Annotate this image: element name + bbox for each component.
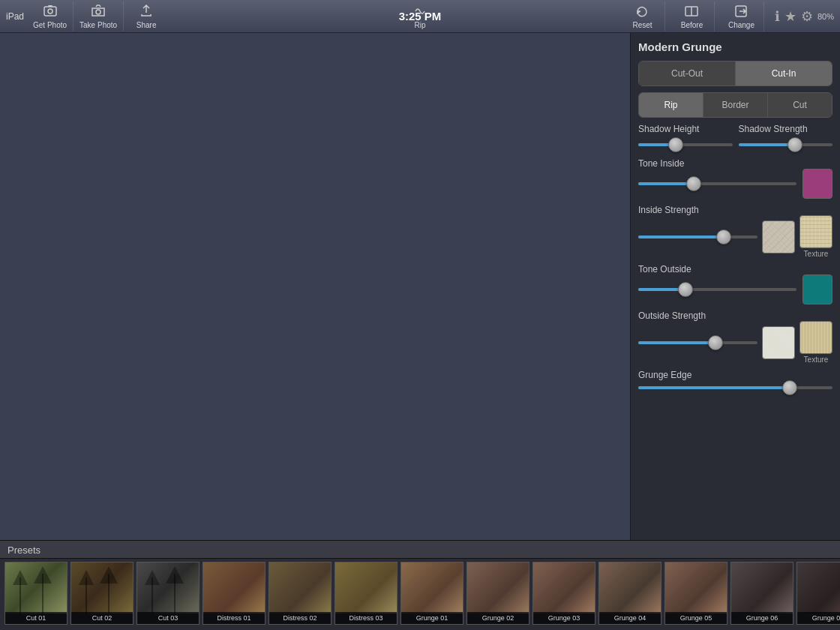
tone-inside-slider[interactable] bbox=[638, 176, 796, 191]
inside-texture-1[interactable] bbox=[762, 220, 795, 254]
share-label: Share bbox=[136, 21, 157, 29]
tone-outside-slider[interactable] bbox=[638, 282, 796, 297]
gear-icon[interactable]: ⚙ bbox=[801, 8, 813, 25]
info-icon[interactable]: ℹ bbox=[775, 8, 780, 25]
tone-outside-color[interactable] bbox=[802, 274, 832, 304]
preset-item-cut-02[interactable]: Cut 02 bbox=[70, 562, 134, 625]
before-icon bbox=[683, 3, 700, 20]
change-label: Change bbox=[728, 21, 754, 29]
presets-bar: Presets Cut 01 Cut 02 Cut 03Distress 01D… bbox=[0, 540, 840, 630]
presets-label: Presets bbox=[0, 541, 840, 559]
right-panel: Modern Grunge Cut-Out Cut-In Rip Border … bbox=[630, 33, 840, 540]
preset-name-grunge-03: Grunge 03 bbox=[533, 612, 595, 624]
grunge-edge-slider[interactable] bbox=[638, 380, 832, 395]
preset-name-grunge-07: Grunge 07 bbox=[797, 612, 840, 624]
inside-strength-section: Inside Strength Texture bbox=[638, 205, 832, 258]
tab-border[interactable]: Border bbox=[703, 93, 767, 117]
presets-scroll: Cut 01 Cut 02 Cut 03Distress 01Distress … bbox=[0, 559, 840, 630]
outside-texture-1[interactable] bbox=[762, 326, 795, 359]
preset-item-grunge-03[interactable]: Grunge 03 bbox=[532, 562, 596, 625]
outside-strength-label: Outside Strength bbox=[638, 310, 832, 321]
canvas-area bbox=[0, 33, 630, 540]
preset-item-distress-02[interactable]: Distress 02 bbox=[268, 562, 332, 625]
ipad-label: iPad bbox=[6, 11, 24, 22]
time-display: 3:25 PM bbox=[399, 10, 442, 22]
shadow-height-col: Shadow Height bbox=[638, 124, 733, 152]
tone-inside-row bbox=[638, 169, 832, 199]
preset-item-grunge-01[interactable]: Grunge 01 bbox=[400, 562, 464, 625]
svg-point-3 bbox=[96, 10, 100, 14]
outside-strength-section: Outside Strength Texture bbox=[638, 310, 832, 364]
toolbar: iPad Get Photo Take Photo bbox=[0, 0, 840, 33]
preset-name-cut-01: Cut 01 bbox=[5, 612, 67, 624]
panel-title: Modern Grunge bbox=[638, 40, 832, 53]
tone-inside-section: Tone Inside bbox=[638, 158, 832, 199]
preset-item-grunge-07[interactable]: Grunge 07 bbox=[796, 562, 840, 625]
preset-item-distress-03[interactable]: Distress 03 bbox=[334, 562, 398, 625]
tab-cut[interactable]: Cut bbox=[767, 93, 832, 117]
share-button[interactable]: Share bbox=[124, 2, 169, 32]
svg-rect-7 bbox=[5, 562, 68, 614]
reset-button[interactable]: Reset bbox=[620, 2, 665, 32]
preset-name-grunge-02: Grunge 02 bbox=[467, 612, 529, 624]
texture-label-outside: Texture bbox=[804, 356, 829, 364]
svg-rect-10 bbox=[71, 562, 134, 614]
shadow-strength-label: Shadow Strength bbox=[739, 124, 833, 134]
preset-name-grunge-06: Grunge 06 bbox=[731, 612, 793, 624]
outside-texture-2[interactable]: Texture bbox=[800, 321, 832, 364]
preset-name-distress-02: Distress 02 bbox=[269, 612, 331, 624]
shadow-strength-slider[interactable] bbox=[739, 137, 833, 152]
battery-level: 80% bbox=[818, 12, 834, 21]
cut-tab-group: Cut-Out Cut-In bbox=[638, 61, 832, 86]
toolbar-right: Reset Before Change ℹ ★ bbox=[620, 2, 834, 32]
grunge-edge-label: Grunge Edge bbox=[638, 370, 832, 380]
take-photo-button[interactable]: Take Photo bbox=[74, 2, 124, 32]
shadow-strength-col: Shadow Strength bbox=[739, 124, 833, 152]
texture-label-inside: Texture bbox=[804, 250, 829, 258]
preset-item-grunge-06[interactable]: Grunge 06 bbox=[730, 562, 794, 625]
before-label: Before bbox=[681, 21, 703, 29]
take-photo-label: Take Photo bbox=[80, 21, 117, 29]
tone-inside-color[interactable] bbox=[802, 169, 832, 199]
preset-name-grunge-05: Grunge 05 bbox=[665, 612, 727, 624]
preset-item-grunge-04[interactable]: Grunge 04 bbox=[598, 562, 662, 625]
tab-rip[interactable]: Rip bbox=[639, 93, 703, 117]
outside-strength-slider[interactable] bbox=[638, 335, 758, 350]
reset-label: Reset bbox=[632, 21, 652, 29]
svg-rect-13 bbox=[137, 562, 200, 614]
toolbar-left: iPad Get Photo Take Photo bbox=[6, 2, 169, 32]
inside-texture-2[interactable]: Texture bbox=[800, 215, 832, 258]
svg-rect-0 bbox=[44, 7, 56, 16]
shadow-height-slider[interactable] bbox=[638, 137, 733, 152]
shadow-controls: Shadow Height Shadow Strength bbox=[638, 124, 832, 152]
reset-icon bbox=[634, 3, 650, 20]
preset-name-distress-03: Distress 03 bbox=[335, 612, 397, 624]
tone-outside-section: Tone Outside bbox=[638, 264, 832, 304]
star-icon[interactable]: ★ bbox=[784, 8, 796, 25]
shadow-height-label: Shadow Height bbox=[638, 124, 733, 134]
svg-rect-2 bbox=[48, 5, 52, 7]
inside-strength-slider[interactable] bbox=[638, 230, 758, 244]
effect-tab-group: Rip Border Cut bbox=[638, 92, 832, 118]
preset-name-grunge-01: Grunge 01 bbox=[401, 612, 463, 624]
preset-item-grunge-02[interactable]: Grunge 02 bbox=[466, 562, 530, 625]
preset-item-cut-03[interactable]: Cut 03 bbox=[136, 562, 200, 625]
camera-icon bbox=[90, 3, 106, 20]
tone-inside-label: Tone Inside bbox=[638, 158, 832, 169]
preset-item-distress-01[interactable]: Distress 01 bbox=[202, 562, 266, 625]
change-icon bbox=[733, 3, 749, 20]
preset-name-grunge-04: Grunge 04 bbox=[599, 612, 661, 624]
inside-strength-label: Inside Strength bbox=[638, 205, 832, 215]
get-photo-button[interactable]: Get Photo bbox=[27, 2, 74, 32]
preset-item-cut-01[interactable]: Cut 01 bbox=[4, 562, 68, 625]
before-button[interactable]: Before bbox=[670, 2, 715, 32]
preset-item-grunge-05[interactable]: Grunge 05 bbox=[664, 562, 728, 625]
preset-name-distress-01: Distress 01 bbox=[203, 612, 265, 624]
tone-outside-label: Tone Outside bbox=[638, 264, 832, 274]
get-photo-label: Get Photo bbox=[33, 21, 67, 29]
change-button[interactable]: Change bbox=[719, 2, 764, 32]
tab-cut-in[interactable]: Cut-In bbox=[735, 62, 832, 86]
svg-point-1 bbox=[48, 9, 52, 14]
grunge-edge-section: Grunge Edge bbox=[638, 370, 832, 395]
tab-cut-out[interactable]: Cut-Out bbox=[639, 62, 735, 86]
